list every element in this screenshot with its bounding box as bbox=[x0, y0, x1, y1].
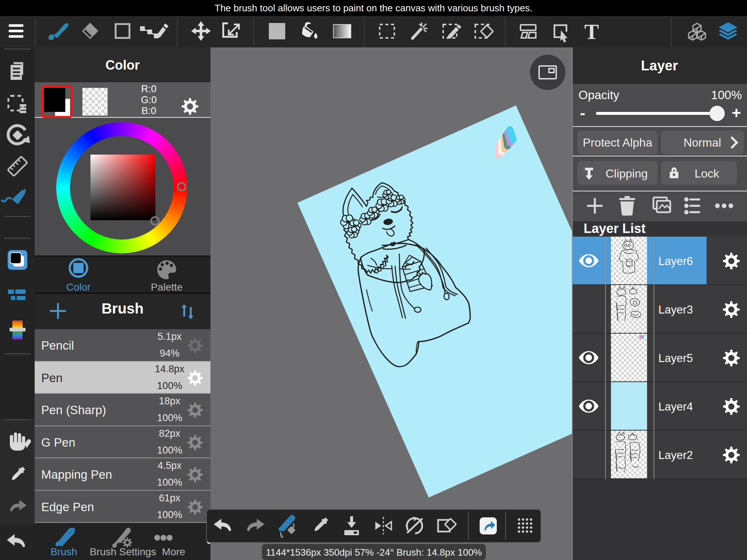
svg-text:T: T bbox=[584, 20, 599, 44]
